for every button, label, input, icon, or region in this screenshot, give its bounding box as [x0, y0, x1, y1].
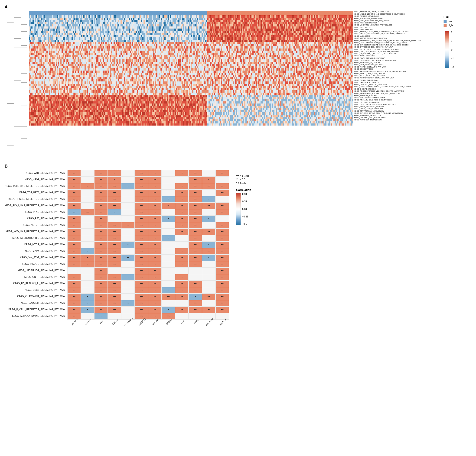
heatmap-row — [29, 84, 353, 86]
bubble-cell: *** — [148, 281, 162, 287]
bubble-cell-text: * — [168, 218, 169, 220]
heatmap-row — [29, 79, 353, 82]
bubble-cell-text: *** — [221, 263, 224, 265]
bubble-cell: *** — [94, 300, 108, 307]
bubble-cell-text: *** — [100, 198, 102, 200]
heatmap-row — [29, 42, 353, 44]
bubble-cell-text: *** — [86, 211, 89, 214]
bubble-cell — [162, 255, 175, 261]
heatmap-row — [29, 124, 353, 126]
heatmap-row — [29, 37, 353, 40]
heatmap-row-label: KEGG_WNT_SIGNALING_PATHWAY — [354, 64, 441, 66]
bubble-cell: *** — [94, 248, 108, 255]
bubble-cell-text: * — [208, 179, 209, 181]
bubble-cell: *** — [108, 241, 121, 248]
bubble-cell — [81, 222, 94, 229]
bubble-cell-text: *** — [73, 257, 76, 259]
bubble-cell-text: *** — [154, 263, 156, 265]
bubble-cell-text: ** — [114, 211, 115, 214]
corr-scale: Correlation 0.50 0.25 0.00 −0.25 −0.50 — [236, 188, 251, 225]
bubble-cell-text: *** — [100, 231, 102, 233]
heatmap-row-label: KEGG_FATTY_ACID_METABOLISM — [354, 108, 441, 110]
bubble-cell-text: *** — [140, 237, 143, 240]
bubble-cell — [81, 196, 94, 203]
bubble-cell: *** — [188, 307, 202, 313]
corr-val-025: 0.25 — [242, 200, 248, 203]
bubble-cell: *** — [215, 170, 229, 177]
bubble-cell-text: *** — [194, 224, 197, 226]
heatmap-row-label: KEGG_PROGESTERONE_MEDIATED_OOCYTE_MATURA… — [354, 90, 441, 92]
bubble-cell: *** — [94, 287, 108, 294]
bubble-cell-text: ** — [114, 172, 115, 174]
bubble-cell: *** — [81, 209, 94, 216]
bubble-row: *********** — [67, 268, 229, 274]
bubble-cell-text: *** — [194, 250, 197, 252]
bubble-cell: *** — [108, 287, 121, 294]
bubble-cell-text: *** — [140, 289, 143, 291]
corr-labels: 0.50 0.25 0.00 −0.25 −0.50 — [242, 193, 248, 225]
bubble-cell: *** — [215, 307, 229, 313]
bubble-cell: *** — [215, 261, 229, 268]
bubble-cell-text: *** — [154, 237, 156, 240]
bubble-cell: *** — [135, 216, 148, 222]
bubble-cell — [162, 177, 175, 183]
heatmap-row-label: KEGG_AMINOACYL_TRNA_BIOSYNTHESIS — [354, 11, 441, 13]
bubble-cell — [162, 170, 175, 177]
bubble-cell: *** — [108, 261, 121, 268]
bubble-cell-text: *** — [181, 231, 183, 233]
bubble-cell: *** — [148, 261, 162, 268]
heatmap-row-label: KEGG_RENAL_CARCINOMA — [354, 79, 441, 82]
bubble-cell-text: *** — [140, 257, 143, 259]
bubble-cell: *** — [135, 183, 148, 190]
bubble-cell-text: *** — [154, 289, 156, 291]
heatmap-cell — [352, 95, 353, 97]
bubble-cell: * — [188, 294, 202, 300]
color-bar-b — [236, 193, 241, 225]
bubble-cell — [175, 268, 188, 274]
heatmap-row-label: KEGG_TRYPTOPHAN_METABOLISM — [354, 110, 441, 112]
heatmap-cell — [352, 46, 353, 49]
bubble-cell-text: *** — [73, 198, 76, 200]
bubble-cell: *** — [108, 300, 121, 307]
bubble-cell: *** — [67, 307, 81, 313]
heatmap-row — [29, 66, 353, 68]
bubble-cell: *** — [135, 196, 148, 203]
legend-label-low: low — [448, 20, 452, 23]
heatmap-row-label: KEGG_PYRIMIDINE_METABOLISM — [354, 17, 441, 20]
sig-legend: *** p<0.001 ** p<0.01 * p<0.05 — [236, 174, 251, 185]
color-scale-a: 2 1 0 −1 −2 — [443, 31, 454, 68]
heatmap-row-label: KEGG_NEUROTROPHIN_SIGNALING_PATHWAY — [354, 77, 441, 79]
bubble-cell-text: *** — [113, 276, 116, 278]
heatmap-cell — [352, 79, 353, 82]
heatmap-center — [29, 11, 353, 155]
heatmap-cell — [352, 68, 353, 71]
bubble-cell: *** — [135, 203, 148, 209]
bubble-cell — [162, 268, 175, 274]
heatmap-row-label: KEGG_DRUG_METABOLISM_CYTOCHROME_P450 — [354, 103, 441, 106]
heatmap-cell — [352, 22, 353, 24]
heatmap-row — [29, 40, 353, 42]
heatmap-cell — [352, 24, 353, 26]
bubble-cell: * — [202, 255, 215, 261]
bubble-cell: *** — [188, 183, 202, 190]
bubble-cell: * — [202, 241, 215, 248]
bubble-cell-text: *** — [221, 250, 224, 252]
heatmap-cell — [352, 97, 353, 99]
bubble-cell — [121, 177, 135, 183]
bubble-cell — [202, 209, 215, 216]
bubble-cell — [162, 229, 175, 235]
bubble-cell — [162, 274, 175, 281]
bubble-cell: *** — [215, 190, 229, 196]
bubble-cell-text: *** — [113, 250, 116, 252]
bubble-cell — [202, 170, 215, 177]
heatmap-row-label: KEGG_RNA_DEGRADATION — [354, 22, 441, 24]
bubble-row: ************************ — [67, 190, 229, 196]
panel-b-row-label: KEGG_CHEMOKINE_SIGNALING_PATHWAY — [17, 293, 65, 300]
bubble-cell-text: *** — [208, 231, 210, 233]
bubble-cell — [162, 261, 175, 268]
bubble-cell-text: *** — [140, 179, 143, 181]
panel-b-row-label: KEGG_TOLL_LIKE_RECEPTOR_SIGNALING_PATHWA… — [5, 183, 65, 189]
bubble-cell-text: *** — [154, 315, 156, 317]
bubble-cell-text: *** — [113, 192, 116, 194]
panel-b-row-label: KEGG_WNT_SIGNALING_PATHWAY — [26, 170, 66, 176]
